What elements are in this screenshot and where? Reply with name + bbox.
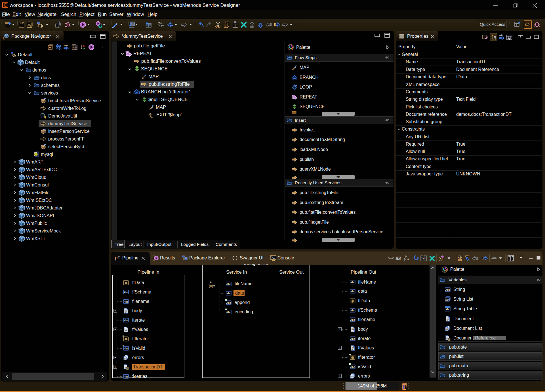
svg-text:88: 88 [395, 256, 401, 261]
svg-text:(x)=: (x)= [439, 257, 445, 261]
svg-text:(x)=: (x)= [209, 284, 215, 288]
svg-text:z: z [83, 47, 85, 50]
svg-text:(x)=: (x)= [404, 257, 409, 261]
